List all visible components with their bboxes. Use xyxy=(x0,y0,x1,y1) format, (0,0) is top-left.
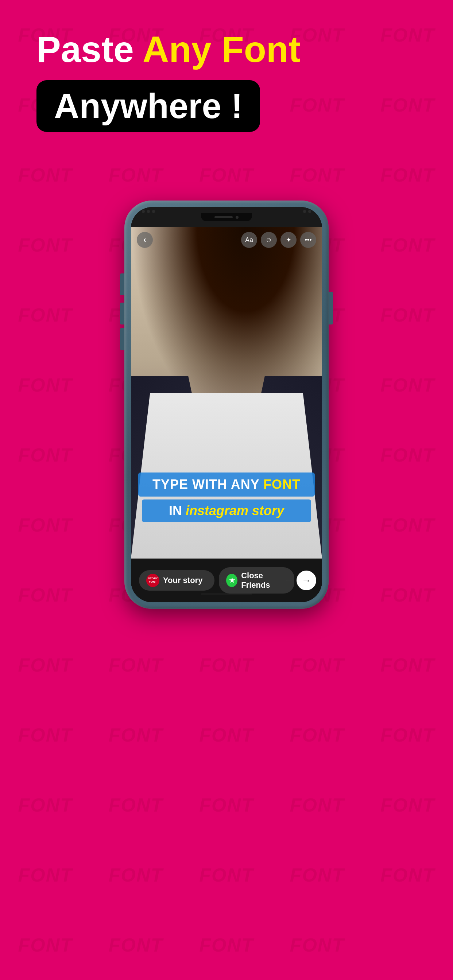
camera-dot xyxy=(147,210,150,213)
notch-speaker xyxy=(214,216,233,218)
watermark-cell: FONT xyxy=(0,560,91,630)
camera-dot xyxy=(303,210,306,213)
watermark-cell: FONT xyxy=(362,70,453,140)
story-toolbar: ‹ Aa ☺ ✦ ••• xyxy=(131,227,322,253)
camera-dots-right xyxy=(303,210,311,213)
sparkle-icon: ✦ xyxy=(286,236,292,244)
watermark-cell: FONT xyxy=(362,350,453,420)
camera-dot xyxy=(142,210,145,213)
watermark-cell: FONT xyxy=(0,910,91,980)
close-friends-label: Close Friends xyxy=(241,571,287,590)
headline-paste: Paste xyxy=(37,29,143,70)
watermark-cell: FONT xyxy=(0,280,91,350)
text-tool-icon: Aa xyxy=(245,236,253,244)
notch-camera xyxy=(236,216,239,219)
instagram-story-text: instagram story xyxy=(186,503,284,518)
anywhere-text: Anywhere ! xyxy=(54,86,242,126)
more-icon: ••• xyxy=(305,236,312,244)
camera-dot xyxy=(152,210,155,213)
watermark-cell: FONT xyxy=(0,210,91,280)
text-tool-button[interactable]: Aa xyxy=(241,232,257,248)
phone-notch xyxy=(201,213,252,221)
back-button[interactable]: ‹ xyxy=(137,232,153,248)
type-with-any-white: TYPE WITH ANY xyxy=(152,477,263,492)
watermark-cell: FONT xyxy=(0,700,91,770)
type-with-any-yellow: FONT xyxy=(263,477,301,492)
watermark-cell: FONT xyxy=(0,490,91,560)
watermark-cell: FONT xyxy=(0,140,91,210)
watermark-cell: FONT xyxy=(362,490,453,560)
watermark-cell: FONT xyxy=(0,350,91,420)
toolbar-right-buttons: Aa ☺ ✦ ••• xyxy=(241,232,316,248)
phone-notch-area xyxy=(131,207,322,227)
watermark-cell: FONT xyxy=(362,560,453,630)
camera-dot xyxy=(308,210,311,213)
watermark-cell: FONT xyxy=(91,770,181,840)
story-bottom-bar: STORYFONT Your story ★ Close Friends → xyxy=(131,558,322,602)
headline: Paste Any Font xyxy=(37,29,301,69)
watermark-cell: FONT xyxy=(362,630,453,700)
watermark-cell: FONT xyxy=(181,770,272,840)
watermark-cell: FONT xyxy=(91,140,181,210)
watermark-cell: FONT xyxy=(272,910,362,980)
watermark-cell: FONT xyxy=(272,700,362,770)
watermark-cell: FONT xyxy=(91,840,181,910)
phone-screen: ‹ Aa ☺ ✦ ••• xyxy=(131,207,322,602)
your-story-label: Your story xyxy=(163,576,203,585)
share-arrow-icon: → xyxy=(301,575,311,586)
sticker-icon: ☺ xyxy=(266,236,272,244)
watermark-cell: FONT xyxy=(362,140,453,210)
story-text-overlay: TYPE WITH ANY FONT IN instagram story xyxy=(131,473,322,522)
watermark-cell: FONT xyxy=(0,840,91,910)
close-friends-icon: ★ xyxy=(226,574,238,587)
watermark-cell: FONT xyxy=(181,700,272,770)
more-options-button[interactable]: ••• xyxy=(300,232,316,248)
phone-outer-shell: ‹ Aa ☺ ✦ ••• xyxy=(124,200,329,609)
anywhere-box: Anywhere ! xyxy=(37,80,260,132)
watermark-cell: FONT xyxy=(362,210,453,280)
watermark-cell: FONT xyxy=(272,140,362,210)
story-font-icon: STORYFONT xyxy=(146,574,160,587)
header-section: Paste Any Font Anywhere ! xyxy=(37,29,301,132)
your-story-button[interactable]: STORYFONT Your story xyxy=(139,570,214,590)
watermark-cell: FONT xyxy=(272,770,362,840)
watermark-cell: FONT xyxy=(272,840,362,910)
close-friends-button[interactable]: ★ Close Friends xyxy=(219,567,294,593)
watermark-cell: FONT xyxy=(362,420,453,490)
watermark-cell: FONT xyxy=(181,910,272,980)
watermark-cell: FONT xyxy=(362,280,453,350)
watermark-cell: FONT xyxy=(181,140,272,210)
back-icon: ‹ xyxy=(144,235,146,245)
watermark-cell: FONT xyxy=(362,700,453,770)
in-text: IN xyxy=(169,503,186,518)
type-with-any-line: TYPE WITH ANY FONT xyxy=(138,473,315,496)
watermark-cell: FONT xyxy=(362,840,453,910)
camera-dots-left xyxy=(142,210,155,213)
watermark-cell: FONT xyxy=(0,420,91,490)
watermark-cell: FONT xyxy=(181,630,272,700)
in-instagram-line: IN instagram story xyxy=(142,500,311,522)
headline-any-font: Any Font xyxy=(143,29,301,70)
watermark-cell: FONT xyxy=(272,630,362,700)
watermark-cell: FONT xyxy=(91,910,181,980)
sticker-button[interactable]: ☺ xyxy=(261,232,277,248)
watermark-cell: FONT xyxy=(91,630,181,700)
watermark-cell: FONT xyxy=(0,770,91,840)
watermark-cell: FONT xyxy=(362,770,453,840)
watermark-cell: FONT xyxy=(0,630,91,700)
watermark-cell: FONT xyxy=(91,700,181,770)
effects-button[interactable]: ✦ xyxy=(281,232,297,248)
share-button[interactable]: → xyxy=(297,571,316,590)
watermark-cell: FONT xyxy=(181,840,272,910)
watermark-cell: FONT xyxy=(362,0,453,70)
phone-mockup: ‹ Aa ☺ ✦ ••• xyxy=(124,200,329,609)
